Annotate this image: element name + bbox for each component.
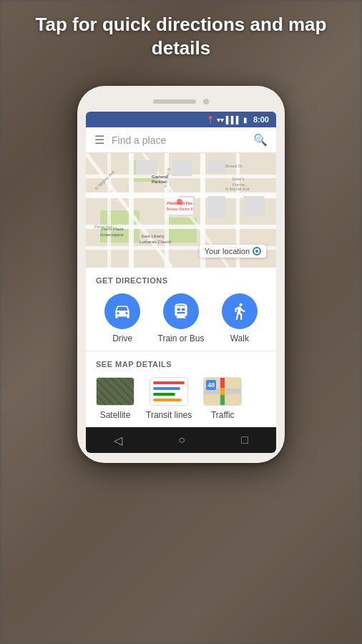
hero-title: Tap for quick directions and map details xyxy=(0,13,362,59)
svg-text:Penn Plaza: Penn Plaza xyxy=(102,227,124,231)
hamburger-icon[interactable]: ☰ xyxy=(94,133,104,147)
svg-text:Broad St: Broad St xyxy=(225,164,243,168)
location-target-icon xyxy=(253,247,261,255)
phone-device: 📍 ▾▾ ▌▌▌ ▮ 8:00 ☰ Find a place 🔍 xyxy=(77,86,285,463)
transit-label: Train or Bus xyxy=(158,333,205,343)
back-nav-button[interactable]: ◁ xyxy=(114,434,122,447)
transit-line-3 xyxy=(153,393,175,396)
directions-title: GET DIRECTIONS xyxy=(96,276,266,285)
svg-rect-3 xyxy=(165,218,197,243)
phone-screen: 📍 ▾▾ ▌▌▌ ▮ 8:00 ☰ Find a place 🔍 xyxy=(86,112,276,453)
walk-label: Walk xyxy=(230,333,249,343)
svg-rect-19 xyxy=(243,196,265,216)
detail-buttons-row: Satellite Transit lines xyxy=(96,377,266,420)
phone-top-bar xyxy=(86,99,276,104)
svg-text:East L: East L xyxy=(233,177,245,181)
camera xyxy=(203,99,209,104)
transit-lines-label: Transit lines xyxy=(146,410,192,420)
your-location-label: Your location xyxy=(200,245,266,258)
drive-label: Drive xyxy=(112,333,132,343)
map-details-title: SEE MAP DETAILS xyxy=(96,360,266,369)
speaker xyxy=(153,99,196,104)
traffic-green-seg xyxy=(220,395,225,406)
transit-line-1 xyxy=(153,381,185,384)
search-bar[interactable]: ☰ Find a place 🔍 xyxy=(86,127,276,153)
walk-icon xyxy=(230,302,249,321)
traffic-button[interactable]: 48 Traffic xyxy=(203,377,242,420)
search-input-placeholder[interactable]: Find a place xyxy=(112,135,246,146)
satellite-thumbnail xyxy=(96,377,134,406)
your-location-text: Your location xyxy=(205,247,250,255)
traffic-red-seg xyxy=(220,378,225,388)
status-icons: 📍 ▾▾ ▌▌▌ ▮ xyxy=(206,116,248,124)
traffic-preview: 48 xyxy=(204,378,241,405)
traffic-badge: 48 xyxy=(206,380,216,390)
svg-rect-15 xyxy=(136,160,157,175)
svg-point-24 xyxy=(177,199,182,205)
traffic-orange-seg xyxy=(220,388,225,395)
map-view[interactable]: Pittsburgh Fire Bureau Station 8 N Negle… xyxy=(86,153,276,268)
recent-nav-button[interactable]: □ xyxy=(241,434,248,447)
traffic-label: Traffic xyxy=(211,410,235,420)
home-nav-button[interactable]: ○ xyxy=(178,434,185,447)
phone-body: 📍 ▾▾ ▌▌▌ ▮ 8:00 ☰ Find a place 🔍 xyxy=(77,86,285,463)
satellite-button[interactable]: Satellite xyxy=(96,377,134,420)
svg-text:Greenspace: Greenspace xyxy=(100,233,124,237)
transit-line-4 xyxy=(153,399,182,401)
svg-text:Bureau Station 8: Bureau Station 8 xyxy=(166,207,192,211)
status-time: 8:00 xyxy=(253,115,269,124)
svg-text:N Euclid Ave: N Euclid Ave xyxy=(225,187,250,191)
drive-circle xyxy=(104,293,140,329)
search-icon[interactable]: 🔍 xyxy=(253,133,268,147)
traffic-thumbnail: 48 xyxy=(203,377,242,406)
drive-icon xyxy=(113,302,132,321)
transit-button[interactable]: Train or Bus xyxy=(158,293,205,343)
direction-buttons-row: Drive Train or Bus xyxy=(96,293,266,343)
directions-section: GET DIRECTIONS Drive xyxy=(86,268,276,351)
wifi-icon: ▾▾ xyxy=(217,116,224,124)
svg-text:Lutheran Church: Lutheran Church xyxy=(140,240,172,244)
transit-thumbnail xyxy=(150,377,188,406)
satellite-pattern xyxy=(97,378,134,405)
svg-rect-16 xyxy=(172,160,192,176)
transit-circle xyxy=(163,293,199,329)
signal-icon: ▌▌▌ xyxy=(226,116,241,124)
drive-button[interactable]: Drive xyxy=(104,293,140,343)
svg-text:East Liberty: East Liberty xyxy=(142,234,165,238)
transit-lines-button[interactable]: Transit lines xyxy=(146,377,192,420)
svg-text:Farme...: Farme... xyxy=(233,182,249,187)
svg-rect-17 xyxy=(207,160,225,173)
satellite-label: Satellite xyxy=(100,410,131,420)
svg-rect-12 xyxy=(107,153,111,268)
walk-circle xyxy=(222,293,258,329)
svg-rect-18 xyxy=(207,196,225,218)
transit-icon xyxy=(172,302,190,321)
bottom-nav-bar: ◁ ○ □ xyxy=(86,427,276,453)
walk-button[interactable]: Walk xyxy=(222,293,258,343)
transit-lines-preview xyxy=(150,378,187,405)
map-details-section: SEE MAP DETAILS Satellite xyxy=(86,351,276,427)
transit-line-2 xyxy=(153,387,180,390)
battery-icon: ▮ xyxy=(243,116,248,124)
location-status-icon: 📍 xyxy=(206,116,215,124)
status-bar: 📍 ▾▾ ▌▌▌ ▮ 8:00 xyxy=(86,112,276,127)
